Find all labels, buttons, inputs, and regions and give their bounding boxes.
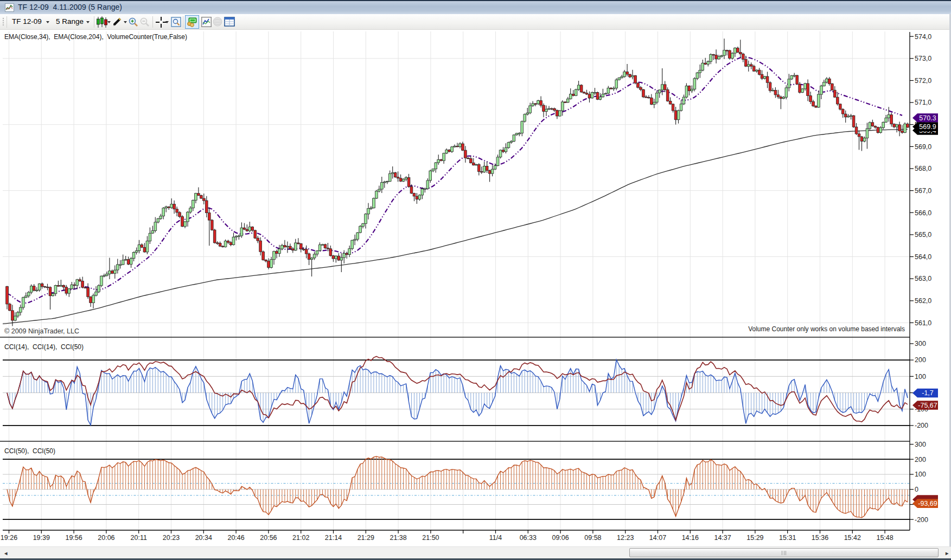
svg-text:200: 200 [915, 356, 926, 364]
svg-text:572,0: 572,0 [915, 77, 931, 85]
svg-text:574,0: 574,0 [915, 33, 931, 41]
svg-text:09:58: 09:58 [584, 534, 601, 542]
svg-text:21:38: 21:38 [390, 534, 406, 542]
svg-text:CCI(50), CCI(50): CCI(50), CCI(50) [4, 447, 55, 455]
svg-text:21:50: 21:50 [422, 534, 439, 542]
svg-text:100: 100 [915, 373, 926, 381]
svg-text:15:36: 15:36 [812, 534, 828, 542]
svg-text:570.3: 570.3 [919, 114, 936, 122]
svg-text:EMA(Close,34), EMA(Close,204): EMA(Close,34), EMA(Close,204), VolumeCou… [4, 33, 187, 41]
svg-text:21:02: 21:02 [292, 534, 309, 542]
svg-text:09:06: 09:06 [552, 534, 569, 542]
svg-text:20:23: 20:23 [163, 534, 180, 542]
svg-text:573,0: 573,0 [915, 55, 931, 62]
svg-text:100: 100 [915, 471, 926, 478]
svg-text:566,0: 566,0 [915, 209, 931, 217]
svg-text:-200: -200 [915, 516, 928, 524]
svg-text:15:48: 15:48 [876, 534, 893, 542]
svg-text:0: 0 [915, 486, 918, 493]
svg-text:20:46: 20:46 [227, 534, 244, 542]
svg-text:571,0: 571,0 [915, 99, 931, 106]
svg-text:-200: -200 [915, 422, 928, 429]
svg-text:563,0: 563,0 [915, 275, 931, 282]
svg-text:569,0: 569,0 [915, 143, 931, 151]
svg-text:300: 300 [915, 441, 926, 448]
svg-text:20:06: 20:06 [98, 534, 114, 542]
svg-text:565,0: 565,0 [915, 231, 931, 239]
svg-text:14:16: 14:16 [682, 534, 699, 542]
svg-text:300: 300 [915, 340, 926, 347]
svg-text:20:56: 20:56 [260, 534, 277, 542]
svg-text:-1,7: -1,7 [922, 389, 934, 397]
svg-text:15:29: 15:29 [746, 534, 763, 542]
svg-text:21:14: 21:14 [325, 534, 342, 542]
svg-text:562,0: 562,0 [915, 297, 931, 305]
svg-text:567,0: 567,0 [915, 187, 931, 195]
svg-text:564,0: 564,0 [915, 253, 931, 261]
svg-text:11/4: 11/4 [489, 534, 502, 542]
svg-text:© 2009 NinjaTrader, LLC: © 2009 NinjaTrader, LLC [4, 327, 79, 335]
svg-text:06:33: 06:33 [520, 534, 537, 542]
svg-text:CCI(14), CCI(14), CCI(50): CCI(14), CCI(14), CCI(50) [4, 343, 84, 351]
svg-text:Volume Counter only works on v: Volume Counter only works on volume base… [748, 325, 905, 333]
svg-text:12:23: 12:23 [617, 534, 634, 542]
svg-text:20:11: 20:11 [131, 534, 147, 542]
svg-text:561,0: 561,0 [915, 319, 931, 327]
svg-text:569.9: 569.9 [919, 123, 936, 131]
svg-text:-75,67: -75,67 [918, 402, 937, 409]
svg-text:15:42: 15:42 [844, 534, 861, 542]
svg-text:14:07: 14:07 [649, 534, 666, 542]
svg-text:21:29: 21:29 [358, 534, 374, 542]
svg-text:19:56: 19:56 [65, 534, 82, 542]
svg-text:15:31: 15:31 [779, 534, 796, 542]
svg-text:20:34: 20:34 [195, 534, 212, 542]
svg-text:200: 200 [915, 456, 926, 464]
svg-text:-93,69: -93,69 [918, 500, 937, 507]
svg-text:568,0: 568,0 [915, 165, 931, 172]
svg-text:19:26: 19:26 [1, 534, 17, 542]
svg-text:19:39: 19:39 [33, 534, 50, 542]
svg-text:14:37: 14:37 [714, 534, 731, 542]
